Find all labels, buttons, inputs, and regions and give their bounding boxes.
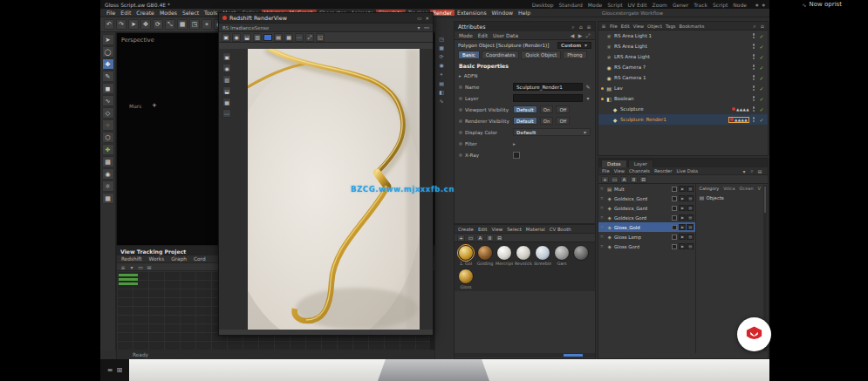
menu-item[interactable]: File	[104, 10, 118, 16]
visibility-dots[interactable]	[751, 33, 756, 38]
palette-tool-icon[interactable]: ▦	[102, 193, 114, 204]
close-icon[interactable]: ✕	[425, 16, 429, 21]
visibility-dots[interactable]	[751, 65, 756, 70]
nav-icon[interactable]: ◀	[570, 32, 575, 39]
content-browser-tool-icon[interactable]: +	[601, 176, 609, 183]
column-header[interactable]: Ocean	[740, 186, 754, 191]
renderview-tool-icon[interactable]: ▤	[274, 33, 283, 42]
object-manager-menu-item[interactable]: File	[610, 24, 618, 29]
object-manager-menu-item[interactable]: Tags	[666, 24, 675, 29]
materials-menu-item[interactable]: Edit	[478, 227, 487, 232]
side-tool-icon[interactable]: ▦	[439, 44, 444, 51]
materials-menu-item[interactable]: View	[491, 227, 502, 232]
object-row[interactable]: ◉ RS Camera 1 ✓	[598, 72, 768, 83]
content-browser-tab[interactable]: Datas	[601, 160, 627, 167]
content-browser-menu-item[interactable]: Reorder	[654, 168, 672, 173]
material-thumb[interactable]: Revstick	[515, 245, 532, 266]
menu-item[interactable]: Extensions	[455, 10, 489, 16]
panel-header-icon[interactable]: ≡	[586, 24, 591, 31]
visibility-on-option[interactable]: On	[540, 117, 554, 125]
toolbar-icon[interactable]: ↷	[116, 19, 126, 30]
edit-icon[interactable]: ✎	[585, 84, 591, 90]
materials-menu-item[interactable]: Material	[526, 227, 545, 232]
material-thumb[interactable]: Gloss	[457, 269, 475, 289]
key-dot[interactable]	[459, 119, 462, 123]
timeline-menu-item[interactable]: Graph	[171, 256, 187, 262]
enabled-check-icon[interactable]: ✓	[758, 85, 765, 92]
visibility-default-option[interactable]: Default	[513, 105, 537, 113]
panel-header-icon[interactable]: ⌕	[571, 24, 576, 31]
layout-item[interactable]: Node	[733, 2, 747, 8]
attributes-tab[interactable]: User Data	[493, 33, 518, 38]
material-thumb[interactable]: Gars	[553, 245, 571, 266]
visibility-dots[interactable]	[751, 106, 756, 112]
attribute-section-tab[interactable]: Phong	[563, 51, 586, 59]
folder-icon[interactable]: ▤	[687, 234, 694, 240]
side-tool-icon[interactable]: ◉	[439, 62, 444, 68]
drag-handle-icon[interactable]: ≡	[600, 244, 605, 248]
side-tool-icon[interactable]: ⟳	[439, 53, 444, 59]
folder-icon[interactable]: ▤	[687, 214, 694, 221]
window-dot-icon[interactable]: ●	[755, 3, 759, 7]
layout-item[interactable]: UV Edit	[628, 2, 647, 8]
object-row[interactable]: ☼ RS Area Light 1 ✓	[598, 31, 768, 41]
material-thumb[interactable]: 1. Gol	[457, 245, 475, 266]
renderview-menu-icon[interactable]: ▾	[416, 24, 421, 31]
content-browser-tool-icon[interactable]: A	[620, 176, 628, 183]
enabled-check-icon[interactable]: ✓	[758, 54, 765, 60]
layout-item[interactable]: Standard	[559, 2, 583, 8]
attributes-tab[interactable]: Mode	[459, 33, 473, 38]
expander-icon[interactable]: ▸	[513, 141, 516, 146]
palette-tool-icon[interactable]: ☼	[102, 180, 114, 192]
play-icon[interactable]: ▶	[679, 214, 686, 221]
object-tags[interactable]: ▲▲▲▲	[732, 107, 749, 112]
layout-item[interactable]: Gener	[673, 2, 688, 8]
viewport-camera-label[interactable]: Perspective	[121, 37, 154, 44]
visibility-dots[interactable]	[751, 54, 756, 59]
timeline-menu-item[interactable]: Redshift	[121, 256, 142, 262]
materials-tool-icon[interactable]: ▭	[467, 235, 475, 242]
timeline-menu-item[interactable]: Works	[149, 256, 165, 262]
material-thumb[interactable]: Mercrips	[496, 245, 513, 266]
palette-tool-icon[interactable]: ◼	[102, 83, 114, 94]
layout-item[interactable]: Zoom	[653, 2, 667, 8]
key-dot[interactable]	[459, 131, 462, 134]
window-dot-icon[interactable]: ●	[762, 3, 766, 7]
renderview-side-icon[interactable]: ⬓	[222, 86, 231, 95]
palette-tool-icon[interactable]: ◯	[102, 46, 114, 58]
renderview-menu-icon[interactable]: ⋯	[424, 24, 429, 31]
visibility-dots[interactable]	[751, 85, 756, 91]
object-row[interactable]: ◆ Sculpture_Render1 ▲▲▲▲ ✓	[598, 114, 768, 125]
layer-input[interactable]	[513, 94, 583, 102]
drag-handle-icon[interactable]: ≡	[600, 225, 605, 229]
table-row[interactable]: ≡ ◈ Gloss Gord ▶ ▤	[598, 242, 695, 251]
materials-menu-item[interactable]: Select	[507, 227, 522, 232]
object-manager-menu-item[interactable]: Bookmarks	[679, 24, 704, 29]
enabled-check-icon[interactable]: ✓	[758, 33, 765, 39]
renderview-tool-icon[interactable]: ⬓	[243, 33, 251, 42]
drag-handle-icon[interactable]: ≡	[600, 187, 605, 191]
renderview-tool-icon[interactable]: ◱	[316, 33, 325, 42]
visibility-dots[interactable]	[751, 117, 756, 122]
visibility-default-option[interactable]: Default	[513, 117, 537, 125]
layout-item[interactable]: Mode	[588, 2, 602, 8]
row-checkbox[interactable]	[672, 215, 677, 221]
row-checkbox[interactable]	[672, 235, 677, 240]
object-row[interactable]: ◉ RS Camera ? ✓	[598, 62, 768, 72]
renderview-tool-icon[interactable]: ▦	[284, 33, 293, 42]
category-row[interactable]: ▤ Objects	[699, 194, 761, 201]
timeline-tool-icon[interactable]: ≡	[120, 264, 126, 270]
palette-tool-icon[interactable]: ▩	[102, 156, 114, 167]
drag-handle-icon[interactable]: ≡	[600, 235, 605, 239]
expander-icon[interactable]: ▸	[459, 73, 461, 78]
minimize-icon[interactable]: ▭	[417, 16, 421, 21]
renderview-tool-icon[interactable]: ⤢	[305, 33, 314, 42]
column-header[interactable]: V	[758, 186, 761, 191]
visibility-on-option[interactable]: On	[540, 105, 554, 113]
key-dot[interactable]	[459, 142, 462, 146]
folder-icon[interactable]: ▤	[687, 186, 694, 192]
visibility-dots[interactable]	[751, 44, 756, 49]
side-tool-icon[interactable]: ◧	[439, 89, 444, 95]
name-input[interactable]: Sculpture_Render1	[513, 83, 583, 91]
menu-item[interactable]: Modes	[157, 10, 180, 16]
